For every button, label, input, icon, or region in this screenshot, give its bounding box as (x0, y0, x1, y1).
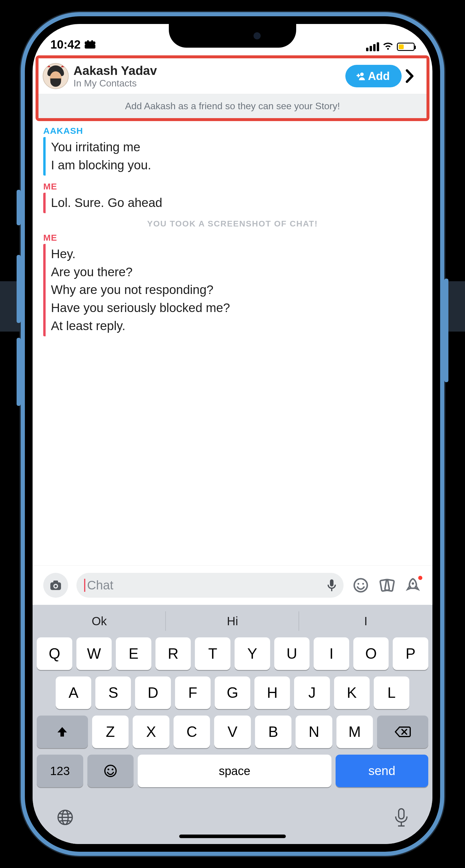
svg-rect-0 (85, 44, 95, 49)
key-b[interactable]: B (255, 716, 291, 748)
key-k[interactable]: K (334, 677, 370, 709)
message-line: At least reply. (51, 317, 422, 335)
message-block: You irritating me I am blocking you. (43, 137, 422, 176)
message-line: I am blocking you. (51, 156, 422, 174)
message-line: Are you there? (51, 263, 422, 281)
svg-rect-9 (330, 579, 333, 586)
key-f[interactable]: F (175, 677, 211, 709)
backspace-key[interactable] (377, 716, 428, 748)
numbers-key[interactable]: 123 (37, 755, 83, 787)
contact-name: Aakash Yadav (74, 64, 345, 78)
key-e[interactable]: E (116, 638, 151, 670)
friend-banner: Add Aakash as a friend so they can see y… (38, 94, 427, 118)
svg-point-19 (112, 769, 113, 770)
add-friend-button[interactable]: Add (345, 65, 402, 87)
key-h[interactable]: H (254, 677, 290, 709)
send-key[interactable]: send (336, 755, 428, 787)
key-d[interactable]: D (135, 677, 171, 709)
svg-point-13 (362, 583, 364, 585)
message-line: You irritating me (51, 138, 422, 156)
mic-icon[interactable] (327, 579, 337, 592)
shift-key[interactable] (37, 716, 88, 748)
sender-label-me: ME (43, 233, 422, 243)
prediction-row: Ok Hi I (33, 605, 432, 638)
message-line: Have you seriously blocked me? (51, 299, 422, 317)
key-i[interactable]: I (314, 638, 349, 670)
status-time: 10:42 (50, 38, 81, 51)
svg-point-18 (108, 769, 109, 770)
svg-rect-23 (399, 809, 404, 819)
key-c[interactable]: C (174, 716, 210, 748)
globe-icon[interactable] (56, 808, 74, 826)
camera-button[interactable] (43, 573, 68, 598)
key-j[interactable]: J (294, 677, 330, 709)
key-a[interactable]: A (56, 677, 91, 709)
key-y[interactable]: Y (235, 638, 270, 670)
rocket-icon[interactable] (404, 577, 422, 594)
key-w[interactable]: W (77, 638, 112, 670)
prediction-cell[interactable]: Ok (33, 605, 166, 638)
svg-rect-3 (91, 40, 93, 42)
key-x[interactable]: X (133, 716, 169, 748)
svg-rect-2 (87, 40, 89, 42)
home-indicator[interactable] (179, 835, 286, 838)
emoji-key[interactable] (87, 755, 134, 787)
svg-point-8 (55, 585, 57, 587)
svg-point-12 (357, 583, 359, 585)
header-highlight: Aakash Yadav In My Contacts Add (35, 55, 430, 121)
key-s[interactable]: S (95, 677, 131, 709)
key-g[interactable]: G (215, 677, 250, 709)
dictation-icon[interactable] (394, 808, 409, 827)
keyboard: Ok Hi I Q W E R T Y U I O P (33, 605, 432, 844)
key-q[interactable]: Q (37, 638, 72, 670)
svg-rect-1 (85, 41, 95, 44)
chevron-right-icon[interactable] (406, 69, 420, 83)
key-m[interactable]: M (337, 716, 373, 748)
chat-input[interactable]: Chat (77, 573, 344, 598)
contact-subtitle: In My Contacts (74, 78, 345, 89)
key-v[interactable]: V (214, 716, 251, 748)
svg-point-4 (360, 72, 364, 76)
wifi-icon (383, 43, 393, 51)
key-z[interactable]: Z (92, 716, 128, 748)
chat-placeholder: Chat (87, 578, 113, 592)
dnd-icon (84, 40, 96, 49)
key-u[interactable]: U (274, 638, 310, 670)
message-line: Hey. (51, 245, 422, 263)
chat-header[interactable]: Aakash Yadav In My Contacts Add (38, 58, 427, 94)
text-cursor (84, 579, 85, 592)
avatar[interactable] (42, 63, 69, 89)
key-n[interactable]: N (296, 716, 332, 748)
message-line: Why are you not responding? (51, 281, 422, 299)
sender-label-me: ME (43, 182, 422, 191)
battery-icon (397, 43, 415, 51)
smiley-icon[interactable] (352, 577, 370, 594)
svg-point-16 (412, 582, 414, 585)
svg-rect-6 (53, 581, 58, 584)
add-button-label: Add (368, 70, 390, 83)
key-l[interactable]: L (374, 677, 409, 709)
cards-icon[interactable] (378, 577, 396, 594)
prediction-cell[interactable]: Hi (166, 605, 299, 638)
space-key[interactable]: space (138, 755, 331, 787)
chat-input-bar: Chat (33, 565, 432, 605)
cell-signal-icon (366, 42, 379, 51)
key-o[interactable]: O (353, 638, 389, 670)
sender-label-other: AAKASH (43, 126, 422, 136)
add-person-icon (354, 71, 365, 82)
system-message: YOU TOOK A SCREENSHOT OF CHAT! (43, 219, 422, 228)
prediction-cell[interactable]: I (299, 605, 432, 638)
message-block: Lol. Sure. Go ahead (43, 193, 422, 213)
chat-body[interactable]: AAKASH You irritating me I am blocking y… (33, 121, 432, 565)
message-line: Lol. Sure. Go ahead (51, 194, 422, 212)
key-t[interactable]: T (195, 638, 230, 670)
message-block: Hey. Are you there? Why are you not resp… (43, 244, 422, 336)
key-r[interactable]: R (155, 638, 191, 670)
key-p[interactable]: P (393, 638, 428, 670)
